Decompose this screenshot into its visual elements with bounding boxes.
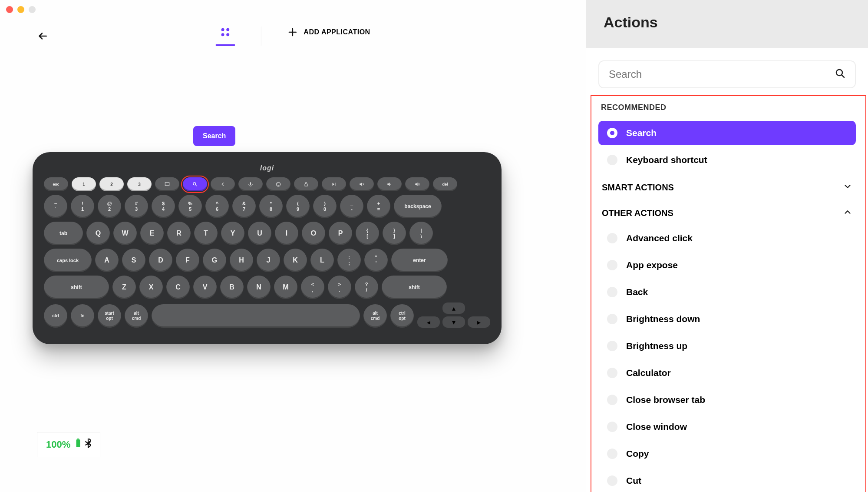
- back-key[interactable]: [211, 177, 235, 191]
- key[interactable]: D: [149, 249, 172, 272]
- key[interactable]: &7: [232, 195, 256, 218]
- start-opt-key[interactable]: startopt: [98, 304, 121, 328]
- key[interactable]: J: [257, 249, 280, 272]
- key[interactable]: S: [122, 249, 145, 272]
- enter-key[interactable]: enter: [391, 249, 448, 272]
- action-keyboard-shortcut[interactable]: Keyboard shortcut: [598, 148, 856, 172]
- search-input[interactable]: [609, 68, 835, 80]
- key[interactable]: A: [95, 249, 119, 272]
- action-back[interactable]: Back: [598, 280, 856, 304]
- lshift-key[interactable]: shift: [44, 276, 109, 299]
- key[interactable]: M: [274, 276, 297, 299]
- key[interactable]: {[: [356, 222, 379, 245]
- key[interactable]: C: [166, 276, 190, 299]
- key[interactable]: E: [140, 222, 164, 245]
- lock-key[interactable]: [294, 177, 318, 191]
- key[interactable]: ?/: [355, 276, 378, 299]
- action-close-window[interactable]: Close window: [598, 415, 856, 439]
- device2-key[interactable]: 2: [99, 177, 124, 191]
- key[interactable]: !1: [71, 195, 94, 218]
- rshift-key[interactable]: shift: [382, 276, 447, 299]
- back-button[interactable]: [37, 30, 48, 45]
- key[interactable]: (9: [286, 195, 310, 218]
- key[interactable]: I: [275, 222, 298, 245]
- device3-key[interactable]: 3: [127, 177, 152, 191]
- minimize-window-icon[interactable]: [17, 6, 24, 13]
- action-copy[interactable]: Copy: [598, 442, 856, 466]
- dictation-key[interactable]: [238, 177, 263, 191]
- key[interactable]: _-: [340, 195, 363, 218]
- key[interactable]: }]: [383, 222, 406, 245]
- playpause-key[interactable]: [322, 177, 346, 191]
- emoji-key[interactable]: [266, 177, 290, 191]
- key[interactable]: %5: [178, 195, 202, 218]
- key[interactable]: |\: [409, 222, 433, 245]
- tab-key[interactable]: tab: [44, 222, 83, 245]
- action-close-browser-tab[interactable]: Close browser tab: [598, 388, 856, 412]
- add-application-button[interactable]: ADD APPLICATION: [287, 27, 370, 45]
- action-search[interactable]: Search: [598, 121, 856, 145]
- alt-cmd-key[interactable]: altcmd: [125, 304, 148, 328]
- action-calculator[interactable]: Calculator: [598, 361, 856, 385]
- voldown-key[interactable]: [377, 177, 402, 191]
- key[interactable]: H: [230, 249, 253, 272]
- close-window-icon[interactable]: [6, 6, 13, 13]
- key[interactable]: V: [193, 276, 217, 299]
- del-key[interactable]: del: [433, 177, 457, 191]
- alt-cmd-key-right[interactable]: altcmd: [363, 304, 387, 328]
- ctrl-opt-key[interactable]: ctrlopt: [390, 304, 414, 328]
- key[interactable]: ~`: [44, 195, 67, 218]
- key[interactable]: )0: [313, 195, 337, 218]
- key[interactable]: "': [364, 249, 388, 272]
- key[interactable]: K: [284, 249, 307, 272]
- key[interactable]: +=: [367, 195, 390, 218]
- key[interactable]: Y: [221, 222, 244, 245]
- key[interactable]: :;: [337, 249, 361, 272]
- smart-actions-toggle[interactable]: SMART ACTIONS: [598, 175, 856, 200]
- action-app-expose[interactable]: App expose: [598, 253, 856, 277]
- key[interactable]: N: [247, 276, 271, 299]
- key[interactable]: *8: [259, 195, 283, 218]
- device1-key[interactable]: 1: [72, 177, 96, 191]
- key[interactable]: Q: [86, 222, 110, 245]
- key[interactable]: L: [310, 249, 334, 272]
- arrow-right-key[interactable]: ▸: [468, 316, 490, 328]
- action-brightness-down[interactable]: Brightness down: [598, 307, 856, 331]
- arrow-left-key[interactable]: ◂: [417, 316, 440, 328]
- mute-key[interactable]: [350, 177, 374, 191]
- key[interactable]: >.: [328, 276, 351, 299]
- key[interactable]: <,: [301, 276, 324, 299]
- action-cut[interactable]: Cut: [598, 469, 856, 492]
- capslock-key[interactable]: caps lock: [44, 249, 92, 272]
- fn-key[interactable]: fn: [71, 304, 94, 328]
- arrow-up-key[interactable]: ▴: [442, 303, 465, 314]
- key[interactable]: #3: [125, 195, 148, 218]
- action-advanced-click[interactable]: Advanced click: [598, 226, 856, 250]
- search-key[interactable]: [183, 177, 207, 191]
- backspace-key[interactable]: backspace: [394, 195, 442, 218]
- key[interactable]: $4: [152, 195, 175, 218]
- key[interactable]: ^6: [205, 195, 229, 218]
- key[interactable]: @2: [98, 195, 121, 218]
- key[interactable]: Z: [112, 276, 136, 299]
- screenshot-key[interactable]: [155, 177, 179, 191]
- space-key[interactable]: [152, 304, 360, 328]
- key[interactable]: W: [113, 222, 137, 245]
- search-field[interactable]: [598, 60, 856, 88]
- key[interactable]: F: [176, 249, 199, 272]
- key[interactable]: P: [329, 222, 352, 245]
- key[interactable]: X: [139, 276, 163, 299]
- key[interactable]: G: [203, 249, 226, 272]
- arrow-down-key[interactable]: ▾: [442, 316, 465, 328]
- key[interactable]: T: [194, 222, 218, 245]
- key[interactable]: O: [302, 222, 325, 245]
- applications-tab[interactable]: [215, 26, 234, 46]
- action-brightness-up[interactable]: Brightness up: [598, 334, 856, 358]
- volup-key[interactable]: [405, 177, 429, 191]
- esc-key[interactable]: esc: [44, 177, 68, 191]
- key[interactable]: B: [220, 276, 244, 299]
- other-actions-toggle[interactable]: OTHER ACTIONS: [598, 200, 856, 226]
- ctrl-key[interactable]: ctrl: [44, 304, 67, 328]
- key[interactable]: U: [248, 222, 271, 245]
- key[interactable]: R: [167, 222, 191, 245]
